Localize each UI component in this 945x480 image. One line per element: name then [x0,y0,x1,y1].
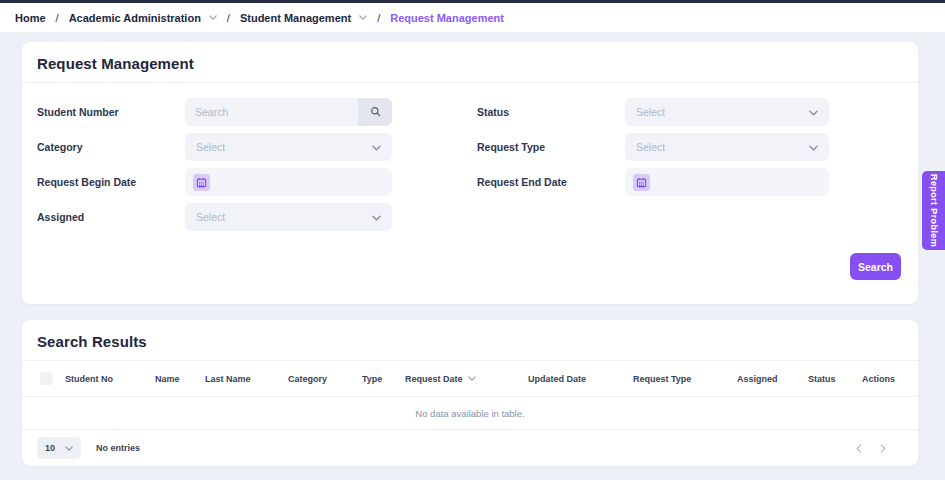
select-all-cell [22,372,65,385]
chevron-right-icon [880,441,886,456]
column-header-type[interactable]: Type [362,374,405,384]
form-row: Assigned Select [37,203,918,231]
results-title: Search Results [37,333,902,350]
search-button[interactable]: Search [850,253,901,280]
card-header: Search Results [22,320,918,361]
breadcrumb-student-management[interactable]: Student Management [240,12,351,24]
request-begin-date-label: Request Begin Date [37,176,185,188]
breadcrumb: Home / Academic Administration / Student… [0,3,945,33]
page-size-value: 10 [45,443,55,453]
column-header-request-type[interactable]: Request Type [633,374,737,384]
column-header-updated-date[interactable]: Updated Date [528,374,633,384]
chevron-down-icon [809,106,818,118]
student-number-search-button[interactable] [358,98,392,126]
chevron-down-icon [372,141,381,153]
column-header-student-no[interactable]: Student No [65,374,155,384]
filter-form: Student Number Status Select Category [22,83,918,231]
assigned-label: Assigned [37,211,185,223]
column-header-name[interactable]: Name [155,374,205,384]
student-number-label: Student Number [37,106,185,118]
next-page-button[interactable] [878,439,888,458]
column-header-category[interactable]: Category [288,374,362,384]
column-header-request-date[interactable]: Request Date [405,374,528,384]
column-header-status[interactable]: Status [808,374,862,384]
chevron-left-icon [856,441,862,456]
chevron-down-icon [372,211,381,223]
status-label: Status [477,106,625,118]
pagination-bar: 10 No entries [22,430,918,466]
assigned-select[interactable]: Select [185,203,392,231]
breadcrumb-academic-administration[interactable]: Academic Administration [69,12,201,24]
column-header-assigned[interactable]: Assigned [737,374,808,384]
card-header: Request Management [22,42,918,83]
status-placeholder: Select [636,106,665,118]
form-row: Request Begin Date Request End Date [37,168,918,196]
category-select[interactable]: Select [185,133,392,161]
request-type-select[interactable]: Select [625,133,829,161]
breadcrumb-separator: / [56,12,59,24]
entries-count-text: No entries [96,443,140,453]
student-number-field [185,98,392,126]
request-begin-date-picker[interactable] [185,168,392,196]
breadcrumb-separator: / [377,12,380,24]
chevron-down-icon [65,443,73,453]
form-row: Category Select Request Type Select [37,133,918,161]
request-type-label: Request Type [477,141,625,153]
page-size-select[interactable]: 10 [37,437,81,459]
column-header-label: Request Date [405,374,463,384]
chevron-down-icon [809,141,818,153]
status-select[interactable]: Select [625,98,829,126]
request-end-date-picker[interactable] [625,168,829,196]
form-row: Student Number Status Select [37,98,918,126]
category-placeholder: Select [196,141,225,153]
chevron-down-icon[interactable] [359,15,367,20]
request-end-date-label: Request End Date [477,176,625,188]
page-title: Request Management [37,55,902,72]
search-results-card: Search Results Student No Name Last Name… [22,320,918,466]
request-type-placeholder: Select [636,141,665,153]
chevron-down-icon[interactable] [209,15,217,20]
breadcrumb-request-management[interactable]: Request Management [390,12,504,24]
column-header-last-name[interactable]: Last Name [205,374,288,384]
request-management-card: Request Management Student Number Status… [22,42,918,304]
pagination-nav [854,439,888,458]
breadcrumb-separator: / [227,12,230,24]
report-problem-button[interactable]: Report Problem [922,171,945,250]
assigned-placeholder: Select [196,211,225,223]
student-number-input[interactable] [185,98,358,126]
previous-page-button[interactable] [854,439,864,458]
calendar-icon [633,174,650,191]
category-label: Category [37,141,185,153]
sort-icon [468,376,476,381]
table-header-row: Student No Name Last Name Category Type … [22,361,918,397]
calendar-icon [193,174,210,191]
breadcrumb-home[interactable]: Home [15,12,46,24]
search-icon [370,105,381,120]
select-all-checkbox[interactable] [40,372,53,385]
empty-table-message: No data available in table. [22,397,918,430]
column-header-actions[interactable]: Actions [862,374,918,384]
